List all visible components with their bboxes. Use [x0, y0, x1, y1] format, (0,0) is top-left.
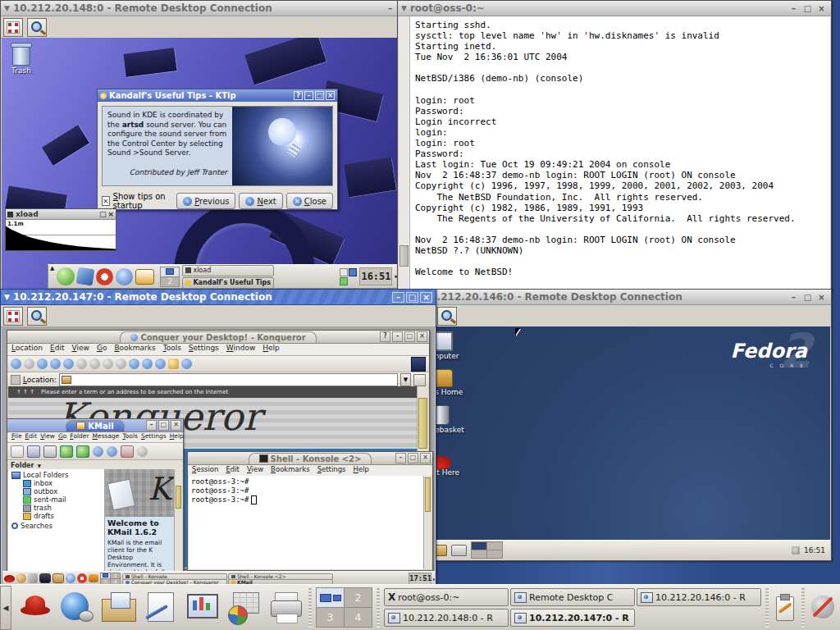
close-button[interactable]: ×: [420, 292, 432, 303]
konsole-titlebar[interactable]: Shell - Konsole <2> – □ ×: [188, 452, 432, 465]
help-lifesaver-icon[interactable]: [77, 573, 87, 583]
ktip-titlebar[interactable]: Kandalf's Useful Tips - KTip ? – □ ×: [98, 89, 337, 102]
fullscreen-button[interactable]: [3, 18, 23, 37]
save-icon[interactable]: [27, 445, 40, 458]
menu-view[interactable]: View: [40, 432, 55, 442]
display-tray-icon[interactable]: [349, 268, 357, 276]
panel-clock-148[interactable]: 16:51: [359, 267, 392, 285]
menu-help[interactable]: Help: [170, 432, 184, 442]
workspace-2[interactable]: [487, 542, 502, 550]
copy-icon[interactable]: [103, 358, 113, 369]
folder-local[interactable]: Local Folders: [11, 471, 104, 479]
help-button[interactable]: ?: [380, 331, 390, 342]
maximize-button[interactable]: □: [801, 292, 814, 303]
panel-hide-button[interactable]: ◀: [0, 586, 11, 630]
desktop-4[interactable]: 4: [111, 579, 120, 584]
location-dropdown-arrow[interactable]: ▼: [400, 373, 411, 386]
maximize-button[interactable]: □: [99, 210, 107, 218]
folder-sent-mail[interactable]: sent-mail: [23, 495, 104, 504]
konqueror-icon[interactable]: [116, 268, 133, 285]
maximize-button[interactable]: □: [408, 453, 418, 463]
new-message-icon[interactable]: [11, 445, 24, 458]
menu-session[interactable]: Session: [192, 465, 218, 476]
desktop-2[interactable]: 2: [345, 588, 372, 607]
minimize-button[interactable]: –: [788, 3, 800, 14]
close-button[interactable]: ×: [417, 331, 427, 342]
menu-settings[interactable]: Settings: [317, 465, 346, 476]
close-button[interactable]: ×: [326, 91, 335, 100]
home-icon[interactable]: [52, 573, 64, 583]
spreadsheet-launcher[interactable]: [225, 589, 262, 627]
close-button[interactable]: ×: [815, 292, 828, 303]
panel-expand-arrow[interactable]: ▸: [433, 576, 435, 582]
menu-tools[interactable]: Tools: [122, 432, 137, 442]
titlebar-146[interactable]: ▼ 10.212.20.146:0 - Remote Desktop Conne…: [411, 290, 831, 305]
menu-bookmarks[interactable]: Bookmarks: [114, 344, 155, 355]
menu-go[interactable]: Go: [97, 344, 107, 355]
desktop-3[interactable]: 3: [317, 608, 344, 627]
workspace-1[interactable]: [472, 542, 486, 550]
menu-settings[interactable]: Settings: [141, 432, 167, 442]
word-processor-launcher[interactable]: [141, 589, 179, 627]
menu-file[interactable]: File: [11, 432, 22, 442]
panel-handle[interactable]: [801, 588, 805, 628]
minimize-button[interactable]: –: [392, 292, 404, 303]
maximize-button[interactable]: □: [404, 331, 415, 342]
pager-147[interactable]: 2 3 4: [100, 573, 121, 585]
panel-clock-147[interactable]: 17:51: [409, 573, 431, 585]
minimize-button[interactable]: –: [788, 292, 800, 303]
desktop-1[interactable]: [101, 573, 110, 578]
location-input[interactable]: [59, 373, 398, 386]
forward-icon[interactable]: [107, 446, 117, 457]
desktop-icon-trash[interactable]: Trash: [3, 44, 39, 75]
main-menu-button[interactable]: [16, 589, 53, 627]
task-ktip[interactable]: Kandalf's Useful Tips: [182, 277, 274, 289]
host-pager[interactable]: 2 3 4: [316, 587, 372, 628]
print-icon[interactable]: [43, 445, 57, 458]
folder-outbox[interactable]: outbox: [23, 487, 104, 495]
tray-icon[interactable]: [340, 277, 348, 285]
panel-handle[interactable]: [308, 588, 312, 628]
desktop-1[interactable]: [317, 588, 344, 607]
konqueror-titlebar[interactable]: Conquer your Desktop! - Konqueror ? – □ …: [7, 331, 429, 344]
printer-launcher[interactable]: [267, 589, 304, 627]
terminal-launcher-icon[interactable]: [39, 573, 51, 583]
desktop-4[interactable]: 4: [345, 608, 372, 627]
menu-go[interactable]: Go: [58, 432, 66, 442]
menu-view[interactable]: View: [247, 465, 263, 476]
kmail-icon[interactable]: [135, 269, 154, 285]
kmail-titlebar[interactable]: KMail – □ ×: [7, 419, 183, 432]
desktop-2[interactable]: 2: [161, 277, 179, 286]
window-menu-icon[interactable]: ▼: [401, 5, 407, 12]
klipper-tray[interactable]: [773, 593, 797, 623]
konqueror-icon[interactable]: [66, 573, 75, 583]
email-launcher[interactable]: [99, 589, 137, 627]
reload-icon[interactable]: [63, 358, 74, 369]
presentation-launcher[interactable]: [183, 589, 221, 627]
menu-edit[interactable]: Edit: [50, 344, 64, 355]
find-icon[interactable]: [181, 358, 192, 369]
task-rdc-147[interactable]: 10.212.20.147:0 - R: [510, 609, 635, 627]
minimize-button[interactable]: –: [146, 420, 157, 431]
titlebar-terminal[interactable]: ▼ root@oss-0:~ – □ ×: [398, 1, 831, 16]
window-menu-icon[interactable]: ▼: [4, 294, 10, 301]
folder-trash[interactable]: trash: [23, 504, 104, 512]
terminal-text[interactable]: Starting sshd. sysctl: top level name 'h…: [410, 16, 830, 290]
zoom-out-icon[interactable]: [155, 358, 166, 369]
titlebar-148[interactable]: ▼ 10.212.20.148:0 - Remote Desktop Conne…: [1, 1, 399, 16]
minimize-button[interactable]: –: [395, 453, 406, 463]
window-menu-icon[interactable]: ▼: [4, 5, 10, 12]
task-rdc[interactable]: Remote Desktop C: [510, 588, 635, 606]
menu-message[interactable]: Message: [93, 432, 120, 442]
back-icon[interactable]: [11, 358, 21, 369]
minimize-button[interactable]: –: [392, 331, 403, 342]
forward-icon[interactable]: [24, 358, 34, 369]
konsole-scrollbar[interactable]: [423, 476, 431, 569]
panel-handle[interactable]: [765, 588, 769, 628]
next-button[interactable]: ›Next: [239, 193, 282, 209]
kmenu-red-hat-icon[interactable]: [4, 575, 15, 582]
close-button[interactable]: ×Close: [286, 193, 333, 209]
launcher-icon[interactable]: [16, 573, 26, 583]
volume-icon[interactable]: [792, 546, 800, 555]
xload-titlebar[interactable]: xload □ ×: [6, 209, 116, 220]
